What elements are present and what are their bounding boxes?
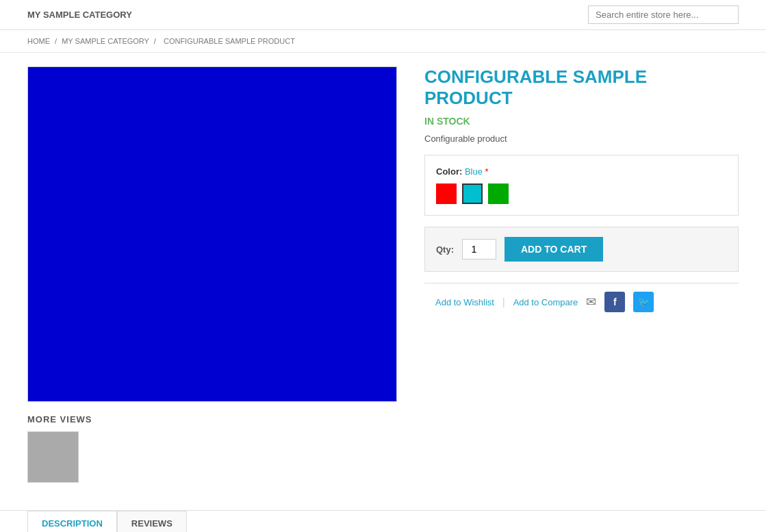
header: MY SAMPLE CATEGORY (0, 0, 766, 30)
tab-reviews[interactable]: REVIEWS (117, 511, 187, 532)
color-swatches (436, 183, 727, 204)
cart-section: Qty: ADD TO CART (424, 227, 739, 272)
qty-label: Qty: (436, 244, 454, 255)
product-title: CONFIGURABLE SAMPLE PRODUCT (424, 66, 739, 109)
breadcrumb-separator-1: / (55, 37, 59, 45)
actions-separator: | (502, 296, 505, 307)
breadcrumb-current: CONFIGURABLE SAMPLE PRODUCT (164, 37, 295, 45)
color-swatch-green[interactable] (488, 183, 509, 204)
product-main-image (27, 66, 397, 402)
product-thumbnail[interactable] (27, 431, 79, 483)
options-box: Color: Blue * (424, 155, 739, 216)
twitter-share-icon[interactable]: 🐦 (633, 292, 654, 312)
search-input[interactable] (588, 5, 739, 24)
breadcrumb-category[interactable]: MY SAMPLE CATEGORY (62, 37, 149, 45)
product-image-section: MORE VIEWS (27, 66, 397, 483)
color-selected-name: Blue (465, 166, 483, 177)
color-label-text: Color: (436, 166, 465, 177)
tab-description[interactable]: DESCRIPTION (27, 511, 117, 532)
color-required-indicator: * (485, 166, 489, 177)
breadcrumb-home[interactable]: HOME (27, 37, 50, 45)
in-stock-badge: IN STOCK (424, 116, 739, 127)
add-to-cart-button[interactable]: ADD TO CART (505, 237, 603, 262)
breadcrumb: HOME / MY SAMPLE CATEGORY / CONFIGURABLE… (0, 30, 766, 53)
product-tabs: DESCRIPTION REVIEWS (27, 511, 739, 532)
tabs-section: DESCRIPTION REVIEWS (0, 510, 766, 532)
product-info: CONFIGURABLE SAMPLE PRODUCT IN STOCK Con… (424, 66, 739, 483)
color-swatch-red[interactable] (436, 183, 457, 204)
main-content: MORE VIEWS CONFIGURABLE SAMPLE PRODUCT I… (0, 53, 766, 496)
color-swatch-cyan[interactable] (462, 183, 483, 204)
more-views-label: MORE VIEWS (27, 414, 397, 425)
category-nav-link[interactable]: MY SAMPLE CATEGORY (27, 10, 132, 20)
breadcrumb-separator-2: / (154, 37, 158, 45)
add-to-compare-button[interactable]: Add to Compare (513, 297, 578, 307)
color-label-row: Color: Blue * (436, 166, 727, 177)
actions-row: Add to Wishlist | Add to Compare ✉ f 🐦 (424, 283, 739, 320)
email-share-icon[interactable]: ✉ (586, 294, 596, 309)
add-to-wishlist-button[interactable]: Add to Wishlist (435, 297, 494, 307)
facebook-share-icon[interactable]: f (604, 292, 625, 312)
qty-input[interactable] (462, 239, 496, 259)
product-description: Configurable product (424, 134, 739, 144)
